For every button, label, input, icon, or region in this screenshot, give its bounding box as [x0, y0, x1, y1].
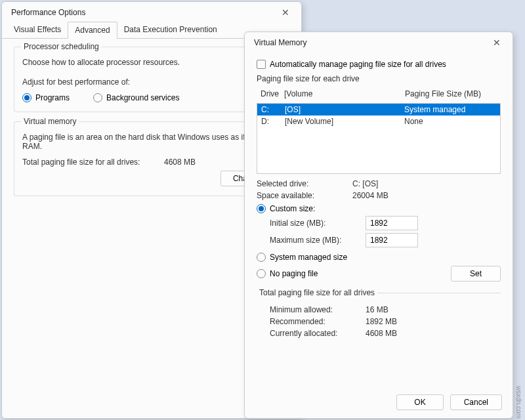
radio-icon	[93, 93, 102, 102]
close-icon[interactable]: ✕	[276, 6, 295, 19]
selected-drive-value: C: [OS]	[352, 179, 378, 188]
watermark: wsxdn.com	[515, 386, 522, 419]
drive-list-header: Drive [Volume Paging File Size (MB)	[257, 87, 501, 100]
vmem-content: Automatically manage paging file size fo…	[245, 52, 513, 348]
custom-size-label: Custom size:	[270, 204, 315, 213]
vmem-title: Virtual Memory	[254, 38, 306, 47]
selected-drive-label: Selected drive:	[257, 179, 342, 188]
min-allowed-label: Minimum allowed:	[270, 305, 355, 314]
perf-titlebar: Performance Options ✕	[2, 2, 301, 22]
hdr-drive: Drive	[261, 89, 284, 98]
sched-line2: Adjust for best performance of:	[22, 77, 281, 87]
virtual-memory-dialog: Virtual Memory ✕ Automatically manage pa…	[244, 32, 513, 419]
radio-programs-label: Programs	[35, 93, 70, 102]
radio-programs[interactable]: Programs	[22, 93, 70, 102]
drive-list-title: Paging file size for each drive	[257, 74, 501, 83]
system-managed-label: System managed size	[270, 253, 347, 262]
radio-system-managed[interactable]: System managed size	[257, 253, 501, 262]
list-item[interactable]: C: [OS] System managed	[257, 104, 500, 116]
tab-visual-effects[interactable]: Visual Effects	[7, 22, 68, 38]
radio-bg-label: Background services	[106, 93, 179, 102]
current-allocated-value: 4608 MB	[366, 329, 397, 338]
radio-icon	[257, 269, 266, 278]
radio-icon	[22, 93, 32, 102]
processor-scheduling-title: Processor scheduling	[21, 42, 102, 51]
tab-advanced[interactable]: Advanced	[68, 22, 117, 39]
current-allocated-label: Currently allocated:	[270, 329, 355, 338]
vmem-titlebar: Virtual Memory ✕	[245, 32, 513, 52]
radio-icon	[257, 204, 266, 213]
initial-size-label: Initial size (MB):	[270, 219, 355, 228]
vm-total-value: 4608 MB	[164, 158, 196, 167]
recommended-value: 1892 MB	[366, 317, 397, 326]
radio-custom-size[interactable]: Custom size:	[257, 204, 501, 213]
close-icon[interactable]: ✕	[488, 36, 506, 49]
perf-title: Performance Options	[11, 8, 85, 17]
vm-group-title: Virtual memory	[21, 117, 79, 126]
dialog-footer: OK Cancel	[396, 394, 502, 410]
checkbox-auto-manage[interactable]: Automatically manage paging file size fo…	[257, 60, 501, 69]
drive-listbox[interactable]: C: [OS] System managed D: [New Volume] N…	[257, 103, 501, 174]
tab-dep[interactable]: Data Execution Prevention	[117, 22, 224, 38]
min-allowed-value: 16 MB	[366, 305, 388, 314]
ok-button[interactable]: OK	[396, 394, 443, 410]
maximum-size-input[interactable]	[366, 233, 418, 247]
maximum-size-label: Maximum size (MB):	[270, 236, 355, 245]
list-item[interactable]: D: [New Volume] None	[257, 116, 500, 127]
vm-desc: A paging file is an area on the hard dis…	[22, 133, 281, 151]
set-button[interactable]: Set	[451, 266, 501, 282]
radio-icon	[257, 253, 266, 262]
hdr-size: Paging File Size (MB)	[405, 89, 497, 98]
radio-background-services[interactable]: Background services	[93, 93, 179, 102]
space-available-label: Space available:	[257, 191, 342, 200]
sched-line1: Choose how to allocate processor resourc…	[22, 58, 281, 67]
radio-no-paging-file[interactable]: No paging file	[257, 269, 318, 278]
checkbox-icon	[257, 60, 266, 69]
totals-group: Total paging file size for all drives Mi…	[257, 288, 501, 341]
space-available-value: 26004 MB	[352, 191, 388, 200]
auto-manage-label: Automatically manage paging file size fo…	[270, 60, 446, 69]
recommended-label: Recommended:	[270, 317, 355, 326]
vm-total-label: Total paging file size for all drives:	[22, 158, 154, 167]
totals-title: Total paging file size for all drives	[257, 288, 377, 297]
no-paging-label: No paging file	[270, 269, 318, 278]
initial-size-input[interactable]	[366, 216, 418, 230]
hdr-volume: [Volume	[284, 89, 405, 98]
cancel-button[interactable]: Cancel	[450, 394, 502, 410]
